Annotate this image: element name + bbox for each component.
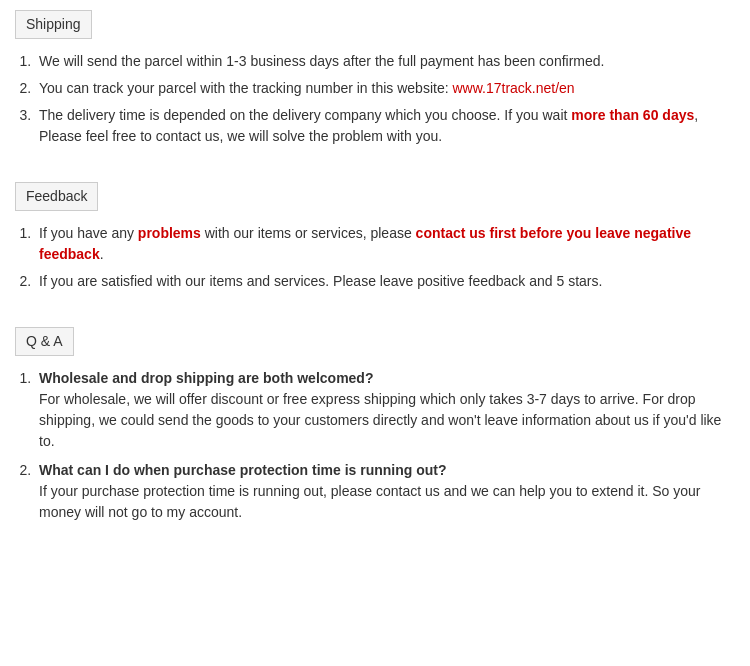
problems-text: problems [138, 225, 201, 241]
shipping-item-3: The delivery time is depended on the del… [35, 105, 735, 147]
feedback-item-1-text-after: . [100, 246, 104, 262]
feedback-title: Feedback [26, 188, 87, 204]
shipping-header: Shipping [15, 10, 92, 39]
shipping-item-3-text-before: The delivery time is depended on the del… [39, 107, 571, 123]
feedback-item-1-text-before: If you have any [39, 225, 138, 241]
shipping-title: Shipping [26, 16, 81, 32]
feedback-section: Feedback If you have any problems with o… [15, 182, 735, 292]
spacer-2 [15, 312, 735, 327]
feedback-item-2-text: If you are satisfied with our items and … [39, 273, 602, 289]
qa-question-2: What can I do when purchase protection t… [39, 462, 447, 478]
feedback-list: If you have any problems with our items … [15, 223, 735, 292]
shipping-item-2: You can track your parcel with the track… [35, 78, 735, 99]
feedback-item-1-text-middle: with our items or services, please [201, 225, 416, 241]
qa-item-2: What can I do when purchase protection t… [35, 460, 735, 523]
feedback-item-1: If you have any problems with our items … [35, 223, 735, 265]
qa-question-1: Wholesale and drop shipping are both wel… [39, 370, 373, 386]
qa-item-1: Wholesale and drop shipping are both wel… [35, 368, 735, 452]
shipping-item-1-text: We will send the parcel within 1-3 busin… [39, 53, 604, 69]
spacer-1 [15, 167, 735, 182]
tracking-link[interactable]: www.17track.net/en [452, 80, 574, 96]
qa-answer-2: If your purchase protection time is runn… [39, 483, 701, 520]
shipping-item-1: We will send the parcel within 1-3 busin… [35, 51, 735, 72]
qa-section: Q & A Wholesale and drop shipping are bo… [15, 327, 735, 523]
qa-header: Q & A [15, 327, 74, 356]
feedback-header: Feedback [15, 182, 98, 211]
shipping-section: Shipping We will send the parcel within … [15, 10, 735, 147]
shipping-item-2-text-before: You can track your parcel with the track… [39, 80, 452, 96]
feedback-item-2: If you are satisfied with our items and … [35, 271, 735, 292]
qa-list: Wholesale and drop shipping are both wel… [15, 368, 735, 523]
shipping-list: We will send the parcel within 1-3 busin… [15, 51, 735, 147]
qa-title: Q & A [26, 333, 63, 349]
more-than-60-days: more than 60 days [571, 107, 694, 123]
qa-answer-1: For wholesale, we will offer discount or… [39, 391, 721, 449]
